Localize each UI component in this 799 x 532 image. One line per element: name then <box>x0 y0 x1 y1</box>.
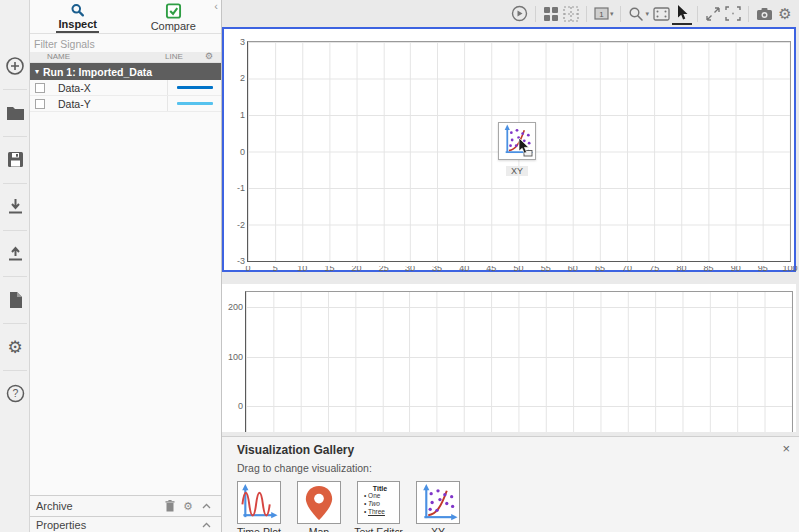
preferences-button[interactable]: ⚙ <box>0 323 30 370</box>
x-tick-label: 5 <box>273 264 278 273</box>
svg-text:?: ? <box>12 387 18 399</box>
xy-drag-ghost[interactable]: XY <box>497 122 537 178</box>
gallery-item-time-plot[interactable]: Time Plot <box>237 481 281 532</box>
archive-collapse-button[interactable] <box>197 496 215 516</box>
x-tick-label: 20 <box>352 264 362 273</box>
run-group-row[interactable]: ▾ Run 1: Imported_Data <box>30 63 221 80</box>
subplot-2: 2001000 <box>222 284 796 432</box>
signal-checkbox[interactable] <box>35 83 45 93</box>
help-button[interactable]: ? <box>0 370 30 417</box>
gallery-title: Visualization Gallery <box>237 443 799 457</box>
export-button[interactable] <box>0 230 30 276</box>
y-tick-label: 1 <box>226 110 245 120</box>
gallery-item-label: Map <box>287 526 351 532</box>
x-tick-label: 100 <box>782 264 797 273</box>
cursor-arrow-icon <box>675 4 689 21</box>
x-tick-label: 25 <box>379 264 389 273</box>
x-tick-label: 60 <box>568 264 578 273</box>
plot-toolbar: 1 ▾ ▾ <box>222 0 799 27</box>
gridline <box>246 357 792 358</box>
single-view-icon: 1 <box>594 7 609 20</box>
y-tick-label: -3 <box>226 256 245 266</box>
x-tick-label: 50 <box>513 264 523 273</box>
column-settings-gear-icon[interactable]: ⚙ <box>205 51 221 61</box>
time-plot-tile <box>237 481 281 524</box>
layout-grid-button[interactable] <box>541 3 561 25</box>
x-tick-label: 35 <box>432 264 442 273</box>
fit-to-view-button[interactable] <box>651 3 672 25</box>
y-tick-label: -2 <box>226 220 245 230</box>
text-editor-preview-item: One <box>362 492 398 500</box>
compare-checkbox-icon <box>165 3 182 19</box>
archive-section-bar[interactable]: Archive ⚙ <box>30 495 221 516</box>
signal-line-swatch[interactable] <box>177 102 213 105</box>
fullscreen-button[interactable] <box>723 3 743 25</box>
gallery-close-icon[interactable]: × <box>782 441 790 456</box>
x-tick-label: 0 <box>245 264 250 273</box>
y-tick-label: -1 <box>226 183 245 193</box>
y-tick-label: 0 <box>224 401 243 411</box>
open-button[interactable] <box>0 89 30 136</box>
replay-controls-button[interactable] <box>509 3 530 25</box>
gallery-item-text-editor[interactable]: Title One Two Three Text Editor <box>357 481 400 532</box>
expand-button[interactable] <box>703 3 723 25</box>
visualization-gallery: Visualization Gallery × Drag to change v… <box>222 436 799 532</box>
run-expand-icon[interactable]: ▾ <box>35 67 39 76</box>
collapse-panel-icon[interactable]: ‹ <box>214 0 218 12</box>
plot-axes[interactable]: 2001000 <box>245 291 793 432</box>
document-icon <box>8 291 23 309</box>
tab-inspect[interactable]: Inspect <box>30 0 126 33</box>
pointer-tool-button[interactable] <box>672 3 692 25</box>
xy-drag-tile <box>498 122 536 160</box>
column-header-name: NAME <box>30 52 165 61</box>
map-tile <box>297 481 341 524</box>
signal-checkbox[interactable] <box>35 99 45 109</box>
toolbar-separator <box>748 6 749 22</box>
view-mode-button[interactable]: 1 ▾ <box>592 3 616 25</box>
text-editor-tile: Title One Two Three <box>357 481 400 524</box>
signal-line-cell <box>167 96 221 111</box>
subplot-1-selected: XY 0510152025303540455055606570758085909… <box>222 27 796 272</box>
snapshot-button[interactable] <box>754 3 775 25</box>
x-tick-label: 80 <box>676 264 686 273</box>
inspect-magnifier-icon <box>69 3 86 17</box>
x-tick-label: 45 <box>486 264 496 273</box>
edit-layout-button[interactable] <box>561 3 581 25</box>
filter-signals-input[interactable] <box>30 37 221 52</box>
properties-collapse-button[interactable] <box>197 517 215 532</box>
import-button[interactable] <box>0 183 30 230</box>
simulation-data-inspector-window: ⚙ ? Inspect Compare ‹ NAME LINE ⚙ ▾ <box>0 0 799 532</box>
zoom-magnifier-icon <box>628 6 644 22</box>
plus-circle-icon <box>5 56 25 76</box>
column-header-line: LINE <box>165 52 205 61</box>
archive-settings-gear-icon[interactable]: ⚙ <box>179 496 197 516</box>
corner-brackets-icon <box>725 6 741 21</box>
plot-axes[interactable]: XY 0510152025303540455055606570758085909… <box>247 41 791 262</box>
gear-icon: ⚙ <box>778 5 791 23</box>
filter-signals <box>30 34 221 50</box>
save-button[interactable] <box>0 136 30 183</box>
x-tick-label: 15 <box>324 264 334 273</box>
tab-compare-label: Compare <box>149 20 198 33</box>
signal-row-data-x[interactable]: Data-X <box>30 80 221 96</box>
signal-line-swatch[interactable] <box>177 86 213 89</box>
signal-row-data-y[interactable]: Data-Y <box>30 96 221 112</box>
fit-view-icon <box>653 7 670 21</box>
x-tick-label: 85 <box>704 264 714 273</box>
tab-compare[interactable]: Compare <box>126 0 222 33</box>
chevron-up-icon <box>202 522 211 528</box>
gallery-item-xy[interactable]: XY <box>416 481 460 532</box>
svg-text:1: 1 <box>599 10 604 19</box>
x-tick-label: 90 <box>731 264 741 273</box>
plot-settings-button[interactable]: ⚙ <box>775 3 795 25</box>
left-toolstrip: ⚙ ? <box>0 0 30 532</box>
gallery-item-map[interactable]: Map <box>297 481 341 532</box>
archive-trash-button[interactable] <box>161 496 179 516</box>
text-editor-preview-item: Two <box>362 500 398 508</box>
time-plot-icon <box>238 482 280 523</box>
create-report-button[interactable] <box>0 276 30 323</box>
zoom-button[interactable]: ▾ <box>626 3 651 25</box>
y-tick-label: 0 <box>226 147 245 157</box>
add-run-button[interactable] <box>0 42 30 89</box>
properties-section-bar[interactable]: Properties <box>30 516 221 532</box>
